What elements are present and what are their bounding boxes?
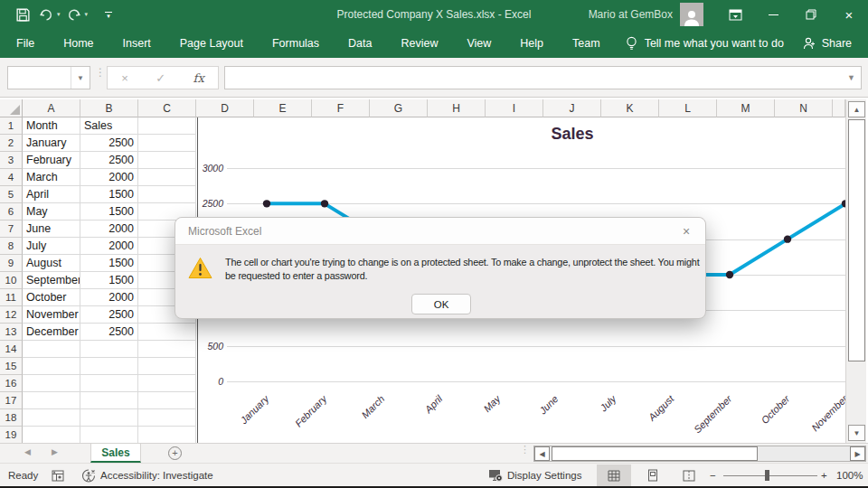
column-header-H[interactable]: H <box>428 99 486 117</box>
cell-B19[interactable] <box>80 427 138 444</box>
cell-B2[interactable]: 2500 <box>80 135 138 152</box>
cell-C1[interactable] <box>138 117 196 135</box>
scroll-up-icon[interactable]: ▲ <box>848 101 865 117</box>
cell-A19[interactable] <box>23 427 80 444</box>
row-header-4[interactable]: 4 <box>0 169 23 186</box>
zoom-level[interactable]: 100% <box>836 464 863 487</box>
cell-B1[interactable]: Sales <box>80 117 138 135</box>
column-header-N[interactable]: N <box>775 99 833 117</box>
row-header-14[interactable]: 14 <box>0 341 23 358</box>
close-button[interactable]: × <box>830 0 868 29</box>
scroll-down-icon[interactable]: ▼ <box>848 425 865 441</box>
row-header-1[interactable]: 1 <box>0 117 23 135</box>
cell-A15[interactable] <box>23 358 80 375</box>
sheet-nav-right-icon[interactable]: ▶ <box>52 447 58 456</box>
undo-dropdown-icon[interactable]: ▾ <box>57 11 61 18</box>
row-header-15[interactable]: 15 <box>0 358 23 375</box>
cell-A7[interactable]: June <box>23 221 80 238</box>
cell-B7[interactable]: 2000 <box>80 221 138 238</box>
cell-C5[interactable] <box>138 186 196 203</box>
tab-formulas[interactable]: Formulas <box>270 37 321 50</box>
column-header-D[interactable]: D <box>196 99 254 117</box>
cell-C4[interactable] <box>138 169 196 186</box>
normal-view-button[interactable] <box>597 465 631 486</box>
column-header-M[interactable]: M <box>717 99 775 117</box>
column-header-E[interactable]: E <box>254 99 312 117</box>
tab-team[interactable]: Team <box>571 37 602 50</box>
cell-C18[interactable] <box>138 409 196 427</box>
restore-button[interactable] <box>792 0 830 29</box>
horizontal-scrollbar[interactable]: ◀ ▶ <box>533 446 866 462</box>
macro-record-icon[interactable] <box>52 464 64 487</box>
undo-icon[interactable] <box>36 5 56 24</box>
cancel-icon[interactable]: × <box>121 71 128 85</box>
dialog-close-icon[interactable]: × <box>676 222 696 240</box>
cell-B8[interactable]: 2000 <box>80 238 138 255</box>
cell-A12[interactable]: November <box>23 306 80 324</box>
cell-B15[interactable] <box>80 358 138 375</box>
row-header-2[interactable]: 2 <box>0 135 23 152</box>
cell-B18[interactable] <box>80 409 138 427</box>
redo-icon[interactable] <box>64 5 84 24</box>
customize-qat-icon[interactable]: ▾ <box>99 5 118 24</box>
cell-B4[interactable]: 2000 <box>80 169 138 186</box>
cell-C15[interactable] <box>138 358 196 375</box>
cell-A10[interactable]: September <box>23 272 80 289</box>
cell-C14[interactable] <box>138 341 196 358</box>
scroll-left-icon[interactable]: ◀ <box>534 446 550 461</box>
ok-button[interactable]: OK <box>411 294 471 314</box>
row-header-10[interactable]: 10 <box>0 272 23 289</box>
cell-B6[interactable]: 1500 <box>80 203 138 221</box>
tab-scroll-splitter[interactable]: ⋮ <box>520 447 530 452</box>
name-box[interactable]: ▼ <box>7 66 90 89</box>
column-header-partial[interactable] <box>833 99 845 117</box>
row-header-5[interactable]: 5 <box>0 186 23 203</box>
cell-A11[interactable]: October <box>23 289 80 306</box>
tab-data[interactable]: Data <box>346 37 373 50</box>
cell-B3[interactable]: 2500 <box>80 152 138 169</box>
cell-B9[interactable]: 1500 <box>80 255 138 272</box>
new-sheet-icon[interactable]: + <box>168 446 182 460</box>
cell-A2[interactable]: January <box>23 135 80 152</box>
tab-help[interactable]: Help <box>518 37 545 50</box>
page-break-view-button[interactable] <box>672 465 706 486</box>
horizontal-scroll-thumb[interactable] <box>552 446 758 461</box>
column-header-K[interactable]: K <box>601 99 659 117</box>
column-header-G[interactable]: G <box>370 99 428 117</box>
user-avatar[interactable] <box>680 3 703 26</box>
formula-bar-splitter[interactable]: ⋮ <box>95 70 106 75</box>
redo-dropdown-icon[interactable]: ▾ <box>85 11 89 18</box>
enter-icon[interactable]: ✓ <box>156 71 165 85</box>
vertical-scrollbar[interactable]: ▲ ▼ <box>845 99 866 443</box>
cell-A3[interactable]: February <box>23 152 80 169</box>
cell-A4[interactable]: March <box>23 169 80 186</box>
cell-B5[interactable]: 1500 <box>80 186 138 203</box>
formula-input[interactable]: ▼ <box>224 66 862 89</box>
row-header-6[interactable]: 6 <box>0 203 23 221</box>
cell-C17[interactable] <box>138 392 196 409</box>
column-header-A[interactable]: A <box>23 99 80 117</box>
column-header-L[interactable]: L <box>659 99 717 117</box>
share-button[interactable]: Share <box>803 37 852 50</box>
name-box-dropdown-icon[interactable]: ▼ <box>71 67 90 89</box>
vertical-scroll-thumb[interactable] <box>848 119 865 361</box>
cell-B14[interactable] <box>80 341 138 358</box>
cell-A5[interactable]: April <box>23 186 80 203</box>
ribbon-display-options-icon[interactable] <box>716 0 754 29</box>
page-layout-view-button[interactable] <box>636 465 670 486</box>
zoom-slider-thumb[interactable] <box>765 470 769 481</box>
row-header-18[interactable]: 18 <box>0 409 23 427</box>
tab-page-layout[interactable]: Page Layout <box>178 37 245 50</box>
row-header-16[interactable]: 16 <box>0 375 23 392</box>
cell-B16[interactable] <box>80 375 138 392</box>
tab-home[interactable]: Home <box>61 37 95 50</box>
cell-A17[interactable] <box>23 392 80 409</box>
select-all-corner[interactable] <box>0 99 23 117</box>
cell-A16[interactable] <box>23 375 80 392</box>
minimize-button[interactable] <box>754 0 792 29</box>
display-settings-button[interactable]: Display Settings <box>488 464 581 487</box>
column-header-C[interactable]: C <box>138 99 196 117</box>
cell-C19[interactable] <box>138 427 196 444</box>
cell-A18[interactable] <box>23 409 80 427</box>
row-header-3[interactable]: 3 <box>0 152 23 169</box>
